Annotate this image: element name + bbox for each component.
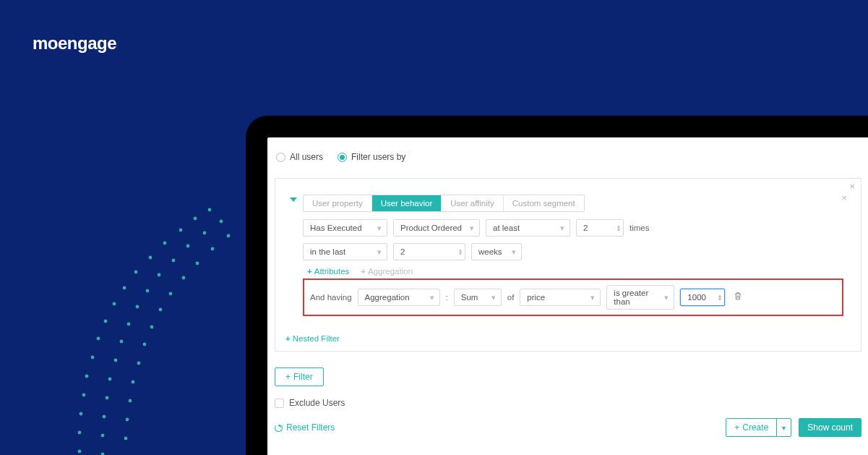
svg-point-14 — [182, 276, 186, 280]
colon: : — [446, 293, 448, 302]
chevron-down-icon: ▾ — [664, 293, 669, 302]
svg-point-43 — [101, 453, 105, 455]
svg-point-38 — [126, 418, 129, 422]
unit-select[interactable]: weeks▾ — [471, 243, 522, 260]
screen: All users Filter users by × × User prope… — [267, 137, 868, 455]
add-attributes-link[interactable]: +Attributes — [307, 267, 349, 276]
svg-point-41 — [124, 437, 128, 441]
svg-point-11 — [196, 262, 199, 265]
create-dropdown[interactable]: ▾ — [776, 419, 791, 436]
executed-select[interactable]: Has Executed▾ — [303, 219, 387, 237]
svg-point-16 — [146, 289, 150, 293]
svg-point-30 — [85, 375, 89, 378]
svg-point-2 — [220, 220, 223, 224]
svg-point-5 — [227, 234, 231, 238]
aggregation-func-select[interactable]: Sum▾ — [454, 289, 502, 306]
of-label: of — [507, 293, 515, 302]
chevron-down-icon: ▾ — [491, 293, 496, 302]
chevron-down-icon: ▾ — [560, 224, 564, 233]
svg-point-18 — [113, 302, 116, 306]
tab-user-affinity[interactable]: User affinity — [442, 195, 504, 211]
plus-icon: + — [285, 372, 291, 382]
create-button[interactable]: +Create — [726, 419, 776, 436]
radio-all-users[interactable]: All users — [276, 152, 323, 162]
svg-point-25 — [120, 340, 124, 344]
stepper-icon[interactable]: ▴▾ — [717, 294, 723, 301]
svg-point-31 — [108, 378, 112, 381]
filter-block: × × User property User behavior User aff… — [275, 178, 861, 352]
filter-button[interactable]: + Filter — [275, 367, 324, 386]
aggregation-attr-select[interactable]: price▾ — [520, 289, 601, 306]
svg-point-29 — [137, 362, 141, 365]
range-select[interactable]: in the last▾ — [303, 243, 387, 260]
close-icon[interactable]: × — [841, 193, 847, 203]
decorative-dots — [43, 203, 246, 455]
aggregation-row: And having Aggregation▾ : Sum▾ of price▾ — [303, 278, 843, 316]
tab-custom-segment[interactable]: Custom segment — [504, 195, 584, 211]
svg-point-3 — [179, 229, 183, 232]
chevron-down-icon: ▾ — [377, 247, 382, 257]
svg-point-37 — [103, 415, 106, 419]
radio-filter-users-label: Filter users by — [351, 152, 405, 162]
svg-point-12 — [134, 271, 138, 274]
range-value-input[interactable]: 2 ▴▾ — [393, 243, 465, 260]
svg-point-24 — [97, 337, 100, 341]
svg-point-28 — [114, 359, 118, 362]
radio-filter-users[interactable]: Filter users by — [338, 152, 405, 162]
svg-point-34 — [106, 396, 109, 400]
svg-point-17 — [169, 292, 173, 296]
svg-point-9 — [149, 256, 152, 260]
svg-point-0 — [208, 208, 212, 212]
svg-point-21 — [104, 320, 108, 323]
svg-point-32 — [132, 380, 135, 384]
chevron-down-icon: ▾ — [512, 247, 516, 257]
plus-icon: + — [285, 334, 291, 343]
svg-point-36 — [80, 412, 83, 416]
svg-point-6 — [163, 242, 167, 245]
exclude-users-label: Exclude Users — [289, 398, 345, 408]
svg-point-39 — [78, 431, 82, 435]
and-having-label: And having — [310, 293, 352, 302]
trash-icon[interactable] — [734, 292, 742, 303]
count-input[interactable]: 2 ▴▾ — [576, 219, 624, 237]
svg-point-42 — [78, 450, 82, 454]
svg-point-8 — [211, 247, 215, 251]
chevron-down-icon: ▾ — [377, 224, 382, 233]
chevron-down-icon: ▾ — [430, 293, 434, 302]
collapse-icon[interactable] — [290, 197, 297, 202]
device-frame: All users Filter users by × × User prope… — [246, 116, 868, 455]
stepper-icon[interactable]: ▴▾ — [616, 224, 622, 231]
filter-rule: × User property User behavior User affin… — [285, 189, 851, 325]
svg-point-26 — [143, 343, 147, 346]
reset-filters-link[interactable]: Reset Filters — [275, 422, 335, 433]
add-aggregation-link[interactable]: +Aggregation — [361, 267, 413, 276]
svg-point-33 — [82, 394, 86, 397]
svg-point-1 — [194, 217, 197, 221]
event-select[interactable]: Product Ordered▾ — [393, 219, 480, 237]
aggregation-value-input[interactable]: 1000 ▴▾ — [680, 289, 725, 306]
add-nested-filter-link[interactable]: +Nested Filter — [285, 334, 340, 343]
chevron-down-icon: ▾ — [590, 293, 595, 302]
create-button-group: +Create ▾ — [726, 418, 791, 437]
filter-type-tabs: User property User behavior User affinit… — [303, 195, 585, 212]
chevron-down-icon: ▾ — [782, 424, 786, 432]
chevron-down-icon: ▾ — [470, 224, 474, 233]
svg-point-23 — [150, 326, 154, 329]
tab-user-property[interactable]: User property — [304, 195, 372, 211]
svg-point-35 — [129, 399, 132, 403]
plus-icon: + — [734, 422, 739, 433]
svg-point-10 — [172, 259, 176, 263]
aggregation-op-select[interactable]: is greater than▾ — [606, 285, 674, 310]
times-label: times — [629, 224, 649, 232]
radio-all-users-label: All users — [290, 152, 323, 162]
svg-point-22 — [127, 323, 131, 326]
svg-point-7 — [186, 244, 190, 248]
show-count-button[interactable]: Show count — [799, 418, 861, 437]
stepper-icon[interactable]: ▴▾ — [457, 248, 463, 255]
tab-user-behavior[interactable]: User behavior — [372, 195, 442, 211]
exclude-users-checkbox[interactable] — [275, 399, 284, 408]
svg-point-27 — [91, 356, 95, 360]
aggregation-type-select[interactable]: Aggregation▾ — [358, 289, 440, 306]
reset-icon — [275, 424, 283, 432]
comparator-select[interactable]: at least▾ — [486, 219, 570, 237]
